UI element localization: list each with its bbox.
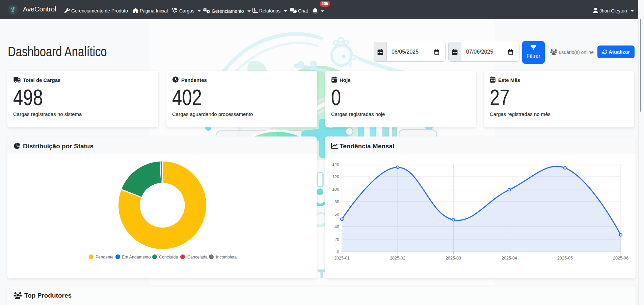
svg-text:Incompleta: Incompleta [216, 255, 237, 260]
svg-text:120: 120 [332, 175, 339, 179]
svg-text:60: 60 [334, 212, 339, 217]
svg-text:0: 0 [337, 250, 339, 254]
svg-text:2025-05: 2025-05 [557, 256, 573, 261]
svg-text:2025-01: 2025-01 [334, 256, 350, 261]
svg-text:2025-02: 2025-02 [390, 256, 405, 261]
svg-text:2025-03: 2025-03 [446, 256, 461, 261]
svg-text:2025-06: 2025-06 [613, 256, 628, 261]
svg-text:40: 40 [334, 224, 339, 229]
svg-text:Pendente: Pendente [96, 255, 114, 260]
svg-text:100: 100 [332, 187, 339, 192]
svg-text:140: 140 [332, 162, 339, 167]
svg-text:2025-04: 2025-04 [502, 256, 517, 261]
svg-text:Concluída: Concluída [159, 255, 178, 260]
svg-text:Cancelada: Cancelada [187, 255, 208, 260]
svg-text:Em Andamento: Em Andamento [122, 255, 151, 260]
svg-text:80: 80 [334, 200, 339, 204]
svg-text:20: 20 [334, 237, 339, 242]
